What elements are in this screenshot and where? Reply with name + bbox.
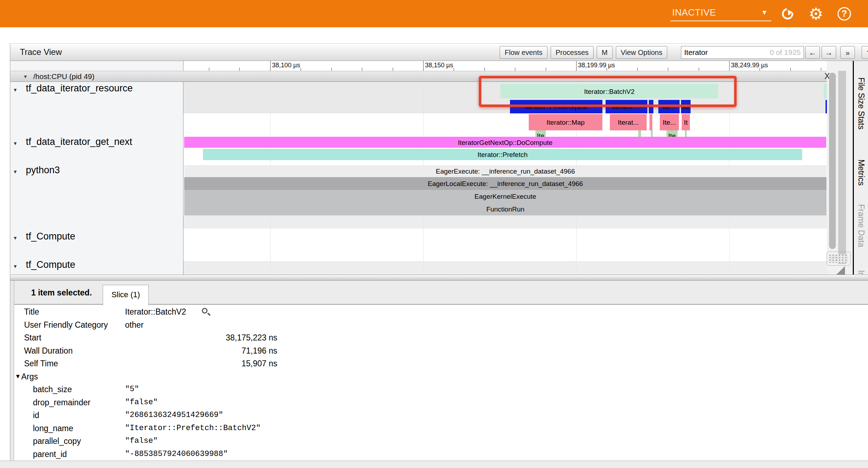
detail-row-parent_id: parent_id"-8853857924060639988" — [14, 448, 319, 461]
detail-label: User Friendly Category — [24, 318, 108, 331]
track-row-label-python3[interactable]: ▾python3 — [10, 165, 183, 177]
trace-slice[interactable]: EagerExecute: __inference_run_dataset_49… — [184, 165, 827, 177]
time-tick — [423, 61, 424, 71]
trace-slice[interactable]: It — [682, 114, 690, 130]
corner-resize-icon[interactable] — [836, 266, 845, 275]
trace-slice[interactable]: Iterator::Map — [529, 114, 602, 130]
trace-slice-label: Ite — [682, 100, 690, 113]
toolbar-button-flow-events[interactable]: Flow events — [500, 46, 548, 59]
time-ruler[interactable]: 38,100 µs38,150 µs38,199.99 µs38,249.99 … — [183, 61, 827, 71]
track-label-text: tf_data_iterator_get_next — [26, 136, 132, 147]
trace-slice[interactable]: IteratorGetNextOp::DoCompute — [184, 137, 826, 148]
trace-slice-label: Iterat... — [618, 114, 639, 130]
panel-resize-divider[interactable] — [10, 275, 868, 281]
toolbar-button-m[interactable]: M — [597, 46, 613, 59]
help-button[interactable]: ? — [834, 0, 854, 27]
sidebar-tab-in[interactable]: In — [856, 270, 866, 275]
time-tick-minor — [239, 68, 240, 71]
trace-slice[interactable]: Ite... — [658, 100, 680, 113]
trace-slice-label: EagerExecute: __inference_run_dataset_49… — [436, 165, 575, 177]
process-header[interactable]: ▾ /host:CPU (pid 49) X — [10, 71, 827, 82]
track-row-label-tf_data_iterator_get_next[interactable]: ▾tf_data_iterator_get_next — [10, 136, 183, 149]
vertical-zoom-slider[interactable] — [838, 71, 846, 264]
trace-slice[interactable]: EagerLocalExecute: __inference_run_datas… — [184, 177, 827, 190]
time-tick-minor — [301, 68, 301, 71]
track-background — [183, 215, 827, 229]
detail-value: "false" — [125, 435, 277, 447]
trace-slice[interactable]: EagerKernelExecute — [184, 190, 827, 203]
process-title: /host:CPU (pid 49) — [33, 71, 95, 81]
detail-row-start: Start38,175,223 ns — [14, 331, 319, 344]
trace-slice[interactable]: Iterator::BatchV2 — [500, 84, 718, 98]
detail-label: Title — [24, 305, 39, 318]
timeline-canvas[interactable]: Iterator::BatchV2Iterator::FiniteRepeatI… — [183, 82, 827, 275]
track-row-label-tf_Compute[interactable]: ▾tf_Compute — [10, 259, 183, 272]
detail-label: Wall Duration — [24, 344, 73, 357]
collapse-triangle-icon: ▾ — [14, 140, 17, 147]
search-box: 0 of 1925 — [681, 46, 804, 59]
trace-slice[interactable] — [649, 114, 652, 130]
search-prev-button[interactable]: ← — [805, 46, 820, 59]
panel-left-gutter — [10, 281, 14, 461]
track-label-text: tf_Compute — [26, 231, 75, 242]
time-tick-minor — [209, 68, 209, 71]
time-tick-minor — [393, 68, 393, 71]
trace-slice[interactable]: Iterator:... — [606, 100, 647, 113]
trace-slice[interactable]: Iterator::Prefetch — [203, 149, 802, 160]
search-jump-button[interactable]: » — [840, 46, 855, 59]
track-label-column: ▾tf_data_iterator_resource▾tf_data_itera… — [10, 61, 183, 275]
refresh-button[interactable] — [778, 0, 798, 27]
magnifier-icon[interactable] — [202, 308, 208, 314]
time-tick-label: 38,150 µs — [425, 62, 453, 69]
trace-slice[interactable]: Iterat... — [610, 114, 647, 130]
trace-slice-label: Ite... — [663, 114, 676, 130]
bottom-scrollbar-area[interactable] — [0, 461, 868, 468]
sidebar-tab-frame-data[interactable]: Frame Data — [856, 204, 866, 247]
refresh-icon — [780, 6, 796, 22]
time-tick-minor — [331, 68, 332, 71]
chevron-down-icon: ▾ — [762, 8, 766, 17]
time-tick-minor — [699, 68, 699, 71]
detail-row-title: TitleIterator::BatchV2 — [14, 305, 319, 318]
trace-slice[interactable] — [649, 100, 653, 113]
app-header: INACTIVE ▾ ⚙ ? — [0, 0, 868, 27]
sidebar-tab-file-size-stats[interactable]: File Size Stats — [856, 78, 866, 130]
search-input[interactable] — [681, 46, 804, 58]
trace-viewer-app: INACTIVE ▾ ⚙ ? Trace View Flow eventsPro… — [0, 0, 868, 468]
sidebar-tab-metrics[interactable]: Metrics — [856, 159, 866, 186]
vertical-scrollbar[interactable] — [829, 73, 836, 249]
track-row-label-tf_data_iterator_resource[interactable]: ▾tf_data_iterator_resource — [10, 83, 183, 96]
detail-value: "-8853857924060639988" — [125, 448, 277, 461]
detail-row-wall-duration: Wall Duration71,196 ns — [14, 344, 319, 357]
toolbar-button-view-options[interactable]: View Options — [616, 46, 667, 59]
resize-grip[interactable] — [827, 252, 851, 266]
collapse-triangle-icon: ▾ — [14, 86, 17, 93]
collapse-triangle-icon: ▾ — [14, 168, 17, 175]
time-tick — [729, 61, 730, 71]
trace-slice[interactable]: FunctionRun — [184, 203, 827, 215]
track-row-label-tf_Compute[interactable]: ▾tf_Compute — [10, 231, 183, 244]
status-dropdown[interactable]: INACTIVE ▾ — [670, 5, 771, 21]
trace-slice[interactable]: Iterator::FiniteRepeat — [510, 100, 602, 113]
trace-slice[interactable]: Ite... — [660, 114, 679, 130]
settings-button[interactable]: ⚙ — [806, 0, 826, 27]
time-tick-minor — [637, 68, 638, 71]
shortcuts-help-button[interactable]: ? — [862, 46, 868, 59]
time-tick-minor — [790, 68, 791, 71]
tab-slice[interactable]: Slice (1) — [103, 285, 149, 305]
time-tick-minor — [607, 68, 607, 71]
track-background — [183, 261, 827, 275]
detail-row-batch_size: batch_size"5" — [14, 383, 319, 396]
trace-slice-label: Iterator::BatchV2 — [584, 84, 635, 98]
detail-row-drop_remainder: drop_remainder"false" — [14, 396, 319, 409]
status-dropdown-value: INACTIVE — [672, 7, 716, 18]
search-next-button[interactable]: → — [822, 46, 836, 59]
trace-slice[interactable]: Ite — [681, 100, 691, 113]
trace-slice[interactable] — [824, 84, 827, 98]
args-collapse-icon[interactable]: ▼ — [15, 370, 21, 383]
trace-slice-label: Iterator::FiniteRepeat — [524, 100, 588, 113]
time-tick-minor — [362, 68, 362, 71]
detail-label: batch_size — [33, 383, 72, 396]
toolbar-button-processes[interactable]: Processes — [551, 46, 594, 59]
time-tick-minor — [546, 68, 546, 71]
